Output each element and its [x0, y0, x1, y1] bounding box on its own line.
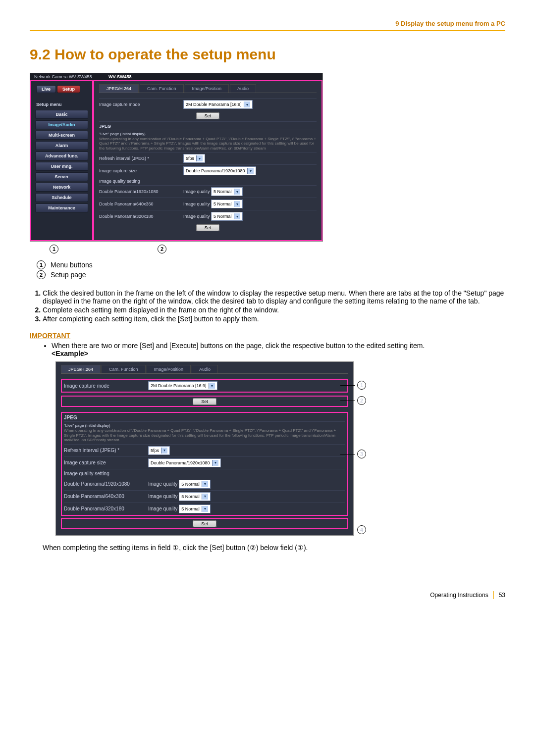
refresh-label: Refresh interval (JPEG) * — [99, 156, 183, 161]
chevron-down-icon: ▾ — [234, 189, 240, 195]
q2-select[interactable]: 5 Normal▾ — [211, 200, 243, 208]
important-text: When there are two or more [Set] and [Ex… — [52, 342, 505, 357]
q1-label: Double Panorama/1920x1080 — [99, 189, 183, 194]
callout-ex-4-icon: 4 — [357, 525, 366, 534]
steps-list: Click the desired button in the frame on… — [30, 289, 505, 323]
jpeg-section-title-2: JPEG — [64, 413, 345, 421]
size-label-2: Image capture size — [64, 460, 148, 465]
chevron-down-icon: ▾ — [209, 383, 215, 389]
menu-network[interactable]: Network — [35, 183, 89, 192]
example-label: <Example> — [52, 350, 88, 357]
q2-label-2: Double Panorama/640x360 — [64, 494, 148, 499]
setup-page-frame: JPEG/H.264 Cam. Function Image/Position … — [93, 80, 322, 241]
live-button[interactable]: Live — [36, 85, 56, 93]
important-heading: IMPORTANT — [30, 332, 505, 340]
page-footer: Operating Instructions 53 — [30, 591, 505, 599]
tab-bar-2: JPEG/H.264 Cam. Function Image/Position … — [61, 365, 348, 374]
tab-jpeg-2[interactable]: JPEG/H.264 — [61, 365, 101, 373]
menu-multiscreen[interactable]: Multi-screen — [35, 131, 89, 140]
menu-usermng[interactable]: User mng. — [35, 162, 89, 171]
size-label: Image capture size — [99, 168, 183, 173]
live-page-note-2: "Live" page (Initial display)When operat… — [64, 423, 345, 442]
menu-maintenance[interactable]: Maintenance — [35, 203, 89, 212]
qset-label: Image quality setting — [99, 179, 183, 184]
chevron-down-icon: ▾ — [202, 481, 208, 487]
capture-mode-label-2: Image capture mode — [64, 383, 148, 389]
capture-mode-select-2[interactable]: 2M Double Panorama [16:9]▾ — [148, 381, 217, 390]
legend-2: Setup page — [51, 271, 86, 279]
refresh-select[interactable]: 5fps▾ — [183, 154, 205, 163]
tab-imgpos-2[interactable]: Image/Position — [147, 365, 191, 373]
footer-label: Operating Instructions — [430, 592, 488, 599]
size-select[interactable]: Double Panorama/1920x1080▾ — [183, 166, 256, 175]
legend: 1Menu buttons 2Setup page — [37, 260, 505, 279]
step-3: After completing each setting item, clic… — [43, 315, 505, 323]
q1-select[interactable]: 5 Normal▾ — [211, 187, 243, 196]
set-button-2[interactable]: Set — [196, 224, 220, 231]
step-1: Click the desired button in the frame on… — [43, 289, 505, 305]
page-title: 9.2 How to operate the setup menu — [30, 46, 505, 63]
chevron-down-icon: ▾ — [212, 460, 218, 466]
menu-schedule[interactable]: Schedule — [35, 193, 89, 202]
chevron-down-icon: ▾ — [161, 448, 167, 454]
tab-camfunc[interactable]: Cam. Function — [140, 84, 184, 93]
menu-basic[interactable]: Basic — [35, 110, 89, 119]
chevron-down-icon: ▾ — [234, 213, 240, 219]
q1-label-2: Double Panorama/1920x1080 — [64, 481, 148, 487]
setup-button[interactable]: Setup — [57, 85, 80, 93]
callout-1-icon: 1 — [50, 245, 58, 253]
set-button-ex2[interactable]: Set — [193, 520, 216, 527]
chevron-down-icon: ▾ — [202, 494, 208, 500]
callout-ex-2-icon: 2 — [357, 396, 366, 405]
step-2: Complete each setting item displayed in … — [43, 306, 505, 314]
example-screenshot: JPEG/H.264 Cam. Function Image/Position … — [55, 361, 354, 535]
q3-select[interactable]: 5 Normal▾ — [211, 212, 243, 221]
model-label: WV-SW458 — [108, 74, 132, 79]
callout-ex-3-icon: 3 — [357, 450, 366, 458]
refresh-select-2[interactable]: 5fps▾ — [148, 446, 170, 455]
live-page-note: "Live" page (Initial display)When operat… — [99, 132, 317, 151]
callout-2-icon: 2 — [158, 245, 166, 253]
q3-select-2[interactable]: 5 Normal▾ — [179, 504, 211, 513]
tab-camfunc-2[interactable]: Cam. Function — [102, 365, 146, 373]
menu-advanced[interactable]: Advanced func. — [35, 151, 89, 160]
circle-2-icon: 2 — [37, 270, 46, 279]
circle-1-icon: 1 — [37, 260, 46, 269]
chevron-down-icon: ▾ — [196, 155, 203, 161]
camera-id: Network Camera WV-SW458 — [34, 74, 108, 79]
closing-text: When completing the setting items in fie… — [43, 544, 505, 552]
chevron-down-icon: ▾ — [234, 201, 240, 207]
chevron-down-icon: ▾ — [247, 168, 254, 174]
set-button[interactable]: Set — [196, 112, 220, 119]
tab-audio-2[interactable]: Audio — [192, 365, 218, 373]
q2-label: Double Panorama/640x360 — [99, 202, 183, 206]
callout-ex-1-icon: 1 — [357, 381, 366, 390]
capture-mode-label: Image capture mode — [99, 102, 183, 107]
sidebar: Live Setup Setup menu Basic Image/Audio … — [30, 80, 93, 241]
q3-label-2: Double Panorama/320x180 — [64, 506, 148, 511]
footer-divider — [493, 591, 494, 599]
screenshot-setup-menu: Network Camera WV-SW458 WV-SW458 Live Se… — [30, 73, 323, 242]
chevron-down-icon: ▾ — [244, 101, 250, 107]
set-button-ex1[interactable]: Set — [193, 398, 216, 405]
footer-page: 53 — [499, 592, 505, 599]
header-breadcrumb: 9 Display the setup menu from a PC — [30, 20, 505, 31]
jpeg-section-title: JPEG — [99, 121, 317, 130]
sidebar-title: Setup menu — [36, 102, 90, 107]
size-select-2[interactable]: Double Panorama/1920x1080▾ — [148, 458, 221, 467]
q3-label: Double Panorama/320x180 — [99, 214, 183, 219]
menu-alarm[interactable]: Alarm — [35, 141, 89, 150]
legend-1: Menu buttons — [51, 261, 93, 269]
menu-server[interactable]: Server — [35, 172, 89, 181]
menu-image-audio[interactable]: Image/Audio — [35, 120, 89, 129]
capture-mode-select[interactable]: 2M Double Panorama [16:9]▾ — [183, 100, 253, 109]
chevron-down-icon: ▾ — [202, 506, 208, 512]
tab-jpeg[interactable]: JPEG/H.264 — [99, 84, 139, 93]
tab-imgpos[interactable]: Image/Position — [185, 84, 229, 93]
q1-select-2[interactable]: 5 Normal▾ — [179, 480, 211, 489]
qset-label-2: Image quality setting — [64, 471, 148, 476]
tab-audio[interactable]: Audio — [230, 84, 256, 93]
q2-select-2[interactable]: 5 Normal▾ — [179, 492, 211, 501]
refresh-label-2: Refresh interval (JPEG) * — [64, 448, 148, 453]
tab-bar: JPEG/H.264 Cam. Function Image/Position … — [99, 84, 317, 93]
